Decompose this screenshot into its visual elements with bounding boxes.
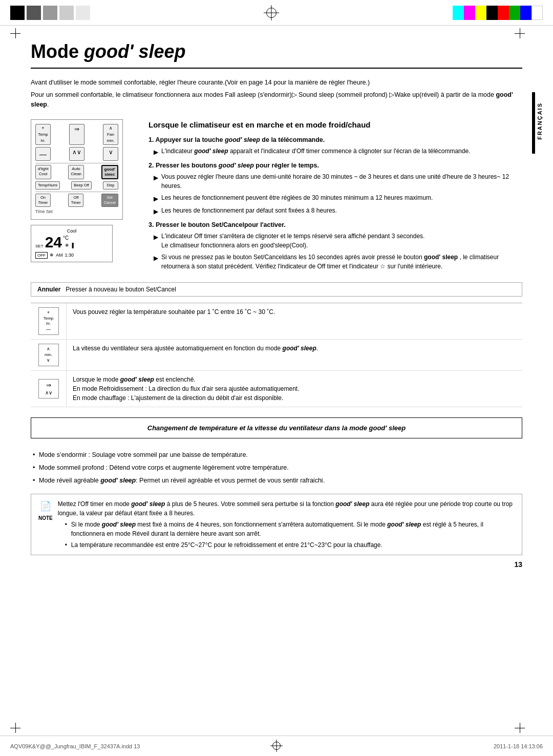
crosshair-circle [266,8,276,18]
step2-bullet2: ▶ Les heures de fonctionnement peuvent ê… [148,193,522,203]
remote-btn-set-cancel: SetCancel [101,194,118,207]
col-right: Lorsque le climatiseur est en marche et … [148,119,522,276]
feature-row-3: ⇒ ∧∨ Lorsque le mode good' sleep est enc… [31,371,522,407]
arrow-icon-5: ▶ [154,233,158,250]
display-am: AM [56,253,63,258]
step3-title: 3. Presser le bouton Set/Cancelpour l'ac… [148,221,522,228]
bottom-crosshair [188,740,366,753]
fan-label: min. [42,352,55,358]
remote-row-2: — ∧∨ ∨ [35,147,118,160]
remote-row-4: Temp/Humi Beep Off Disp [35,181,118,190]
swatch-yellow [475,6,486,20]
feature-row-2: ∧ min. ∨ La vitesse du ventilateur sera … [31,340,522,371]
set-label: SET [35,244,44,248]
feature-icon-cell-1: + Temphr. — [31,303,67,339]
arrow-icon-2: ▶ [154,173,158,191]
swatch-red [498,6,509,20]
step2-bullet1: ▶ Vous pouvez régler l'heure dans une de… [148,172,522,191]
change-section-title: Changement de température et la vitesse … [147,424,406,432]
feature-table: + Temphr. — Vous pouvez régler la tempér… [31,303,522,407]
note-label: NOTE [38,514,53,522]
fan-up: ∧ [42,346,55,352]
arrow-icon-4: ▶ [154,207,158,216]
remote-row-5: OnTimer OffTimer SetCancel [35,194,118,207]
step-1: 1. Appuyer sur la touche good' sleep de … [148,136,522,157]
swatch-cyan [453,6,464,20]
reg-mark-2 [27,6,41,20]
display-bottom: OFF ❄ AM 1:30 [35,252,108,259]
crosshair-top [264,5,279,20]
remote-btn-good-sleep: good'sleec [101,165,118,180]
swatch-green [509,6,520,20]
note-sub-2: La température recommandée est entre 25°… [65,540,515,550]
arrow-icon-6: ▶ [154,254,158,271]
remote-btn-auto-clean: AutoClean [68,165,84,180]
change-section: Changement de température et la vitesse … [31,417,522,438]
time-set-text: Time Set [35,209,53,214]
step3-bullet1-text: L'indicateur Off timer s'arrêtera de cli… [161,232,522,250]
remote-btn-up: ∧Fanmin. [103,124,118,145]
annuler-label: Annuler [37,286,60,293]
remote-btn-beep-off: Beep Off [71,181,91,190]
annuler-box: Annuler Presser à nouveau le bouton Set/… [31,282,522,297]
remote-btn-disp: Disp [103,181,118,190]
note-content: Mettez l'Off timer en mode good' sleep à… [58,499,515,550]
display-cool: Cool [35,228,108,234]
arrow-icon-3: ▶ [154,194,158,203]
swatch-magenta [464,6,475,20]
remote-btn-on-timer: OnTimer [35,194,51,207]
step3-bullet2-text: Si vous ne pressez pas le bouton Set/Can… [161,253,522,271]
annuler-text: Presser à nouveau le bouton Set/Cancel [66,286,176,293]
display-number: 24 [45,234,62,250]
top-bar [0,0,553,26]
bullet-item-2-text: Mode sommeil profond : Détend votre corp… [39,464,289,471]
registration-marks [10,6,90,20]
color-swatches [453,6,543,20]
airflow-arrow: ⇒ [42,382,55,390]
corner-mark-br [515,723,525,733]
feature-icon-cell-3: ⇒ ∧∨ [31,371,67,407]
fan-icon: ∧ min. ∨ [38,344,59,366]
step2-bullet3-text: Les heures de fonctionnement par défaut … [161,206,522,216]
page-title: Mode good' sleep [31,41,522,69]
temp-label: Temphr. [42,316,55,327]
arrow-icon-1: ▶ [154,148,158,157]
feature-text-1: Vous pouvez régler la température souhai… [67,303,522,339]
note-main-text: Mettez l'Off timer en mode good' sleep à… [58,500,513,517]
reg-mark-4 [59,6,74,20]
airflow-wave: ∧∨ [42,389,55,396]
display-time: 1:30 [65,253,74,258]
step1-bullet1: ▶ L'indicateur good' sleep apparaît et l… [148,146,522,157]
temp-plus: + [42,310,55,316]
display-icons: ❄ ▐ [65,243,74,248]
remote-btn-minus: — [35,147,51,160]
remote-illustration: +Temphr. ⇒ ∧Fanmin. — ∧∨ ∨ d'lightCool A… [31,119,123,219]
step2-bullet2-text: Les heures de fonctionnement peuvent êtr… [161,193,522,203]
remote-btn-off-timer: OffTimer [68,194,83,207]
bullet-list: Mode s’endormir : Soulage votre sommeil … [31,449,522,487]
display-panel: Cool SET 24 °C ❄ ▐ OFF ❄ AM 1:30 [31,225,113,262]
intro-para-2: Pour un sommeil confortable, le climatis… [31,90,522,110]
intro-para-1: Avant d'utiliser le mode sommeil confort… [31,78,522,88]
remote-btn-down: ∨ [103,147,118,160]
deg-symbol: °C [63,235,69,241]
remote-btn-wave: ∧∨ [69,147,84,160]
bottom-file-info: AQV09K&Y@@_Jungfrau_IBIM_F_32437A.indd 1… [10,743,188,749]
section1-title: Lorsque le climatiseur est en marche et … [148,119,522,130]
remote-time-set-label: Time Set [35,209,118,214]
bullet-item-2: Mode sommeil profond : Détend votre corp… [31,461,522,474]
corner-mark-bl [10,723,20,733]
off-label: OFF [35,252,48,259]
bullet-item-1: Mode s’endormir : Soulage votre sommeil … [31,449,522,461]
swatch-black [486,6,498,20]
step1-title: 1. Appuyer sur la touche good' sleep de … [148,136,522,143]
feature-text-2: La vitesse du ventilateur sera ajustée a… [67,340,522,370]
crosshair-center [90,5,453,20]
display-deg-icons: °C ❄ ▐ [63,235,74,248]
two-column-layout: +Temphr. ⇒ ∧Fanmin. — ∧∨ ∨ d'lightCool A… [31,119,522,276]
remote-btn-temp-humi: Temp/Humi [35,181,60,190]
step1-bullet1-text: L'indicateur good' sleep apparaît et l'i… [161,146,522,157]
step2-bullet3: ▶ Les heures de fonctionnement par défau… [148,206,522,216]
step-2: 2. Presser les boutons good' sleep pour … [148,162,522,216]
display-snowflake: ❄ [50,253,54,258]
